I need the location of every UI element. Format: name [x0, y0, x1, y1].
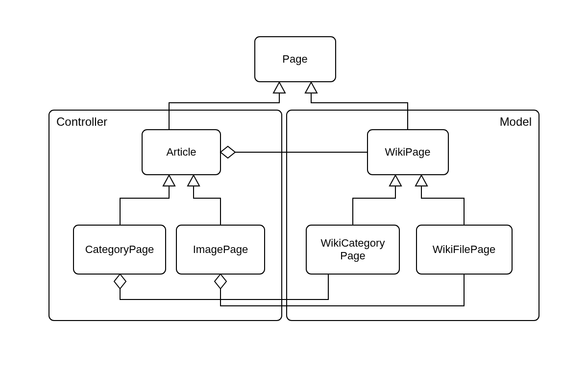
imagepage-class-label: ImagePage	[193, 243, 248, 255]
wikicategorypage-class-label-2: Page	[340, 250, 365, 262]
agg-article-wikipage	[220, 146, 368, 158]
svg-marker-3	[188, 175, 199, 186]
model-label: Model	[500, 115, 532, 128]
gen-wikicategorypage-to-wikipage	[353, 175, 401, 225]
categorypage-class-label: CategoryPage	[85, 243, 154, 255]
svg-marker-6	[220, 146, 235, 158]
page-class-label: Page	[282, 53, 307, 65]
gen-wikipage-to-page	[305, 82, 408, 130]
svg-marker-7	[114, 274, 126, 289]
agg-imagepage-wikifilepage	[215, 274, 464, 306]
gen-imagepage-to-article	[188, 175, 220, 225]
svg-marker-1	[305, 82, 317, 93]
uml-diagram: Controller Model Page Article WikiPage C…	[0, 0, 588, 368]
controller-label: Controller	[56, 115, 107, 128]
svg-marker-0	[273, 82, 285, 93]
wikifilepage-class-label: WikiFilePage	[433, 243, 495, 255]
gen-article-to-page	[169, 82, 285, 130]
article-class-label: Article	[166, 146, 196, 158]
gen-categorypage-to-article	[120, 175, 175, 225]
svg-marker-8	[215, 274, 226, 289]
wikipage-class-label: WikiPage	[385, 146, 431, 158]
svg-marker-2	[163, 175, 175, 186]
wikicategorypage-class-label-1: WikiCategory	[321, 237, 385, 249]
svg-marker-4	[390, 175, 401, 186]
gen-wikifilepage-to-wikipage	[416, 175, 464, 225]
svg-marker-5	[416, 175, 427, 186]
